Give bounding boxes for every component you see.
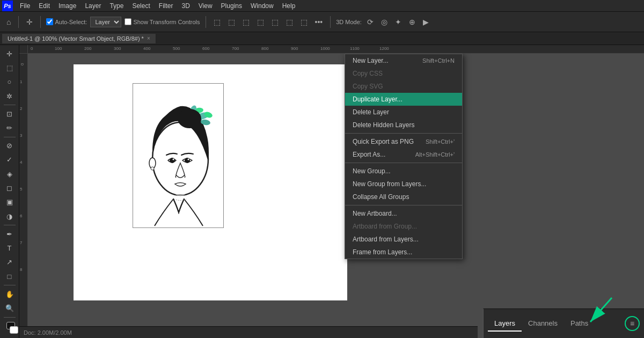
context-menu-item[interactable]: Quick Export as PNGShift+Ctrl+'	[345, 135, 462, 148]
toolbar-separator-3	[206, 16, 206, 28]
svg-point-35	[173, 159, 174, 160]
heal-tool[interactable]: ⊘	[2, 139, 17, 152]
context-menu: New Layer...Shift+Ctrl+NCopy CSSCopy SVG…	[345, 54, 463, 259]
3d-icon-3[interactable]: ✦	[393, 17, 404, 27]
artwork-frame	[133, 83, 224, 228]
move-tool[interactable]: ✛	[2, 47, 17, 60]
more-options-icon[interactable]: •••	[313, 17, 325, 27]
align-bottom-icon[interactable]: ⬚	[284, 17, 295, 27]
menu-window[interactable]: Window	[247, 1, 277, 11]
context-menu-item[interactable]: Artboard from Layers...	[345, 233, 462, 246]
brush-tool[interactable]: ✓	[2, 153, 17, 166]
context-menu-item-label: New Artboard...	[353, 210, 397, 217]
zoom-tool[interactable]: 🔍	[2, 302, 17, 315]
panel-menu-button[interactable]: ≡	[625, 316, 640, 331]
menu-plugins[interactable]: Plugins	[217, 1, 246, 11]
tab-paths[interactable]: Paths	[564, 316, 595, 332]
3d-icon-5[interactable]: ▶	[421, 17, 431, 27]
context-menu-item-label: Collapse All Groups	[353, 193, 409, 201]
3d-icon-2[interactable]: ◎	[379, 17, 390, 27]
tool-separator	[4, 105, 16, 105]
svg-text:1100: 1100	[350, 46, 360, 51]
show-transform-checkbox[interactable]	[125, 18, 131, 25]
svg-text:1: 1	[20, 79, 23, 84]
menu-image[interactable]: Image	[55, 1, 80, 11]
gradient-tool[interactable]: ▣	[2, 196, 17, 209]
svg-text:100: 100	[55, 46, 62, 51]
menu-type[interactable]: Type	[106, 1, 127, 11]
menu-help[interactable]: Help	[279, 1, 299, 11]
align-middle-icon[interactable]: ⬚	[269, 17, 281, 27]
selection-tool[interactable]: ⬚	[2, 61, 17, 74]
context-menu-item-label: Delete Layer	[353, 108, 389, 116]
menu-file[interactable]: File	[16, 1, 34, 11]
layer-select[interactable]: Layer	[90, 17, 121, 27]
context-menu-item[interactable]: Duplicate Layer...	[345, 93, 462, 106]
ps-logo: Ps	[2, 1, 13, 11]
3d-icon-4[interactable]: ⊕	[407, 17, 418, 27]
svg-text:500: 500	[173, 46, 180, 51]
menu-3d[interactable]: 3D	[178, 1, 193, 11]
auto-select-checkbox[interactable]	[46, 18, 53, 25]
context-menu-item[interactable]: New Group...	[345, 165, 462, 178]
path-tool[interactable]: ↗	[2, 256, 17, 269]
svg-text:400: 400	[143, 46, 151, 51]
context-menu-item[interactable]: Frame from Layers...	[345, 246, 462, 259]
svg-text:2: 2	[20, 106, 23, 111]
context-menu-item[interactable]: New Artboard...	[345, 207, 462, 220]
ruler-corner	[19, 45, 28, 54]
menu-view[interactable]: View	[195, 1, 216, 11]
hand-tool[interactable]: ✋	[2, 288, 17, 300]
home-icon[interactable]: ⌂	[4, 17, 13, 27]
pen-tool[interactable]: ✒	[2, 227, 17, 240]
svg-text:0: 0	[31, 46, 33, 51]
svg-point-31	[178, 109, 201, 128]
context-menu-item-label: New Group...	[353, 167, 391, 175]
crop-tool[interactable]: ⊡	[2, 107, 17, 120]
lasso-tool[interactable]: ○	[2, 76, 17, 89]
align-center-icon[interactable]: ⬚	[226, 17, 237, 27]
menu-filter[interactable]: Filter	[155, 1, 177, 11]
svg-text:300: 300	[114, 46, 121, 51]
dodge-tool[interactable]: ◑	[2, 210, 17, 223]
document-tab[interactable]: Untitled-1 @ 100% (Vector Smart Object, …	[2, 34, 156, 43]
svg-point-36	[185, 158, 190, 163]
status-bar: Doc: 2.00M/2.00M	[19, 326, 478, 338]
context-menu-item[interactable]: New Group from Layers...	[345, 178, 462, 190]
clone-tool[interactable]: ◈	[2, 167, 17, 180]
show-transform-label: Show Transform Controls	[125, 18, 200, 25]
background-color[interactable]	[10, 326, 18, 334]
bottom-panel: Layers Channels Paths ≡	[483, 308, 644, 338]
context-menu-item[interactable]: Export As...Alt+Shift+Ctrl+'	[345, 148, 462, 161]
shape-tool[interactable]: □	[2, 270, 17, 283]
align-right-icon[interactable]: ⬚	[240, 17, 252, 27]
context-menu-item-label: Export As...	[353, 151, 385, 158]
align-left-icon[interactable]: ⬚	[211, 17, 223, 27]
type-tool[interactable]: T	[2, 241, 17, 254]
magic-wand-tool[interactable]: ✲	[2, 90, 17, 102]
svg-text:600: 600	[202, 46, 210, 51]
tab-close-button[interactable]: ×	[147, 35, 150, 41]
svg-text:1200: 1200	[379, 46, 389, 51]
distribute-icon[interactable]: ⬚	[298, 17, 310, 27]
tab-channels[interactable]: Channels	[522, 316, 564, 332]
context-menu-item[interactable]: Delete Hidden Layers	[345, 119, 462, 131]
vertical-ruler: 0 1 2 3 4 5 6 7 8	[19, 54, 28, 338]
move-tool-icon[interactable]: ✛	[24, 17, 35, 27]
eyedropper-tool[interactable]: ✏	[2, 121, 17, 134]
menu-select[interactable]: Select	[128, 1, 153, 11]
context-menu-item[interactable]: Delete Layer	[345, 106, 462, 119]
svg-text:6: 6	[20, 214, 23, 218]
canvas-scroll-area[interactable]: New Layer...Shift+Ctrl+NCopy CSSCopy SVG…	[28, 54, 644, 338]
eraser-tool[interactable]: ◻	[2, 181, 17, 194]
menu-edit[interactable]: Edit	[35, 1, 54, 11]
options-toolbar: ⌂ ✛ Auto-Select: Layer Show Transform Co…	[0, 12, 644, 32]
context-menu-separator	[345, 133, 462, 134]
menu-layer[interactable]: Layer	[81, 1, 105, 11]
context-menu-item[interactable]: New Layer...Shift+Ctrl+N	[345, 54, 462, 67]
align-top-icon[interactable]: ⬚	[255, 17, 266, 27]
context-menu-item[interactable]: Collapse All Groups	[345, 190, 462, 203]
3d-icon-1[interactable]: ⟳	[365, 17, 376, 27]
svg-text:7: 7	[20, 240, 23, 245]
tab-layers[interactable]: Layers	[488, 316, 522, 332]
